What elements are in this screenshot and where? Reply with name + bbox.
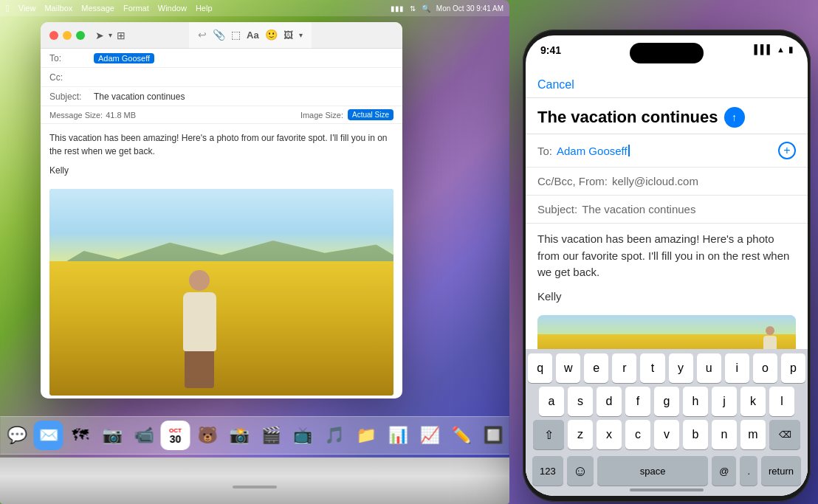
add-recipient-button[interactable]: + [778,142,796,159]
key-c[interactable]: c [625,420,650,449]
key-q[interactable]: q [528,353,552,383]
dock-appstore[interactable]: 🔲 [478,421,508,450]
format-icon[interactable]: Aa [247,30,259,41]
mail-fields: To: Adam Gooseff Cc: Subject: The vacati… [41,49,402,124]
iphone-screen: 9:41 ▌▌▌ ▲ ▮ Cancel The vacation continu… [526,35,808,496]
key-j[interactable]: j [712,387,737,416]
photo-icon-toolbar[interactable]: 🖼 [283,30,293,41]
dock-numbers[interactable]: 📊 [383,421,413,450]
key-x[interactable]: x [597,420,622,449]
key-i[interactable]: i [725,353,749,383]
key-r[interactable]: r [612,353,636,383]
delete-key[interactable]: ⌫ [769,420,800,449]
mail-titlebar: ➤ ▾ ⊞ ↩ 📎 ⬚ Aa 🙂 🖼 ▾ [41,22,402,49]
dock-pages[interactable]: ✏️ [447,421,476,450]
at-key[interactable]: @ [712,456,736,486]
menu-help[interactable]: Help [196,4,213,13]
minimize-button[interactable] [63,31,72,40]
undo-icon[interactable]: ↩ [198,29,207,41]
key-o[interactable]: o [753,353,777,383]
apple-menu-icon[interactable]:  [6,3,10,14]
iphone-cc-row: Cc/Bcc, From: kelly@icloud.com [526,168,808,196]
key-t[interactable]: t [640,353,664,383]
emoji-key[interactable]: ☺ [567,456,594,486]
fullscreen-button[interactable] [76,31,85,40]
close-button[interactable] [49,31,58,40]
iphone-to-value[interactable]: Adam Gooseff [557,145,628,157]
titlebar-chevron[interactable]: ▾ [109,31,112,39]
key-d[interactable]: d [597,387,622,416]
subject-title-text: The vacation continues [537,108,718,127]
menu-mailbox[interactable]: Mailbox [44,4,72,13]
photo-person [170,270,229,388]
iphone-keyboard[interactable]: q w e r t y u i o p a s d f g h [526,349,808,496]
dock-photos2[interactable]: 📸 [224,421,254,450]
send-button[interactable]: ↑ [724,107,745,128]
attach-icon[interactable]: 📎 [213,29,225,41]
image-size-area: Image Size: Actual Size [300,109,393,120]
iphone-mail-compose: Cancel The vacation continues ↑ To: Adam… [526,72,808,496]
cc-label: Cc: [49,72,94,83]
macbook-notch [233,486,277,489]
key-e[interactable]: e [584,353,608,383]
dock-imovie[interactable]: 🎬 [256,421,286,450]
send-icon[interactable]: ➤ [95,30,104,41]
message-size-label: Message Size: [49,111,103,120]
dock-notes[interactable]: 🐻 [193,421,222,450]
dock-finder[interactable]: 📁 [351,421,381,450]
key-s[interactable]: s [568,387,593,416]
person-head [189,270,210,291]
menu-view[interactable]: View [18,4,36,13]
dock-facetime[interactable]: 📹 [129,421,159,450]
key-g[interactable]: g [654,387,679,416]
to-value[interactable]: Adam Gooseff [94,53,154,63]
key-w[interactable]: w [556,353,580,383]
dock-photos[interactable]: 📷 [97,421,127,450]
iphone-to-label: To: [537,145,552,157]
menu-message[interactable]: Message [81,4,114,13]
dock-messages[interactable]: 💬 [2,421,32,450]
actual-size-button[interactable]: Actual Size [348,109,393,120]
dock-appletv[interactable]: 📺 [288,421,317,450]
menu-search-icon[interactable]: 🔍 [422,4,430,13]
numbers-key[interactable]: 123 [532,456,563,486]
emoji-icon[interactable]: 🙂 [265,29,278,41]
iphone-from-value[interactable]: kelly@icloud.com [612,175,698,187]
key-n[interactable]: n [712,420,737,449]
key-u[interactable]: u [697,353,721,383]
iphone-body-text: This vacation has been amazing! Here's a… [537,231,796,281]
cancel-button[interactable]: Cancel [537,78,574,92]
key-b[interactable]: b [683,420,708,449]
key-m[interactable]: m [740,420,766,449]
return-key[interactable]: return [761,456,801,486]
mail-body: This vacation has been amazing! Here's a… [41,124,402,184]
period-key[interactable]: . [740,456,757,486]
key-h[interactable]: h [683,387,708,416]
dock-mail[interactable]: ✉️ [34,421,63,450]
iphone-person-head [766,326,774,335]
dock-calendar[interactable]: OCT 30 [161,421,190,450]
key-p[interactable]: p [781,353,805,383]
note-icon[interactable]: ⊞ [117,30,126,41]
dock-music[interactable]: 🎵 [320,421,349,450]
toolbar-chevron[interactable]: ▾ [299,31,303,39]
key-f[interactable]: f [625,387,650,416]
iphone-subject-field-value[interactable]: The vacation continues [582,203,695,215]
key-y[interactable]: y [669,353,693,383]
key-k[interactable]: k [740,387,766,416]
photo-attach-icon[interactable]: ⬚ [231,29,241,41]
dock-keynote[interactable]: 📈 [415,421,444,450]
key-a[interactable]: a [539,387,564,416]
menu-format[interactable]: Format [123,4,149,13]
space-key[interactable]: space [597,456,708,486]
key-v[interactable]: v [654,420,679,449]
menubar-left:  View Mailbox Message Format Window Hel… [6,3,213,14]
key-z[interactable]: z [568,420,593,449]
shift-key[interactable]: ⇧ [533,420,564,449]
key-l[interactable]: l [769,387,794,416]
dock-maps[interactable]: 🗺 [66,421,95,450]
subject-value[interactable]: The vacation continues [94,92,185,102]
iphone-signature: Kelly [537,289,796,305]
dock: 🔮 🧭 💬 ✉️ 🗺 📷 📹 OCT 30 🐻 📸 🎬 📺 🎵 📁 📊 📈 ✏️… [0,416,509,455]
menu-window[interactable]: Window [158,4,187,13]
